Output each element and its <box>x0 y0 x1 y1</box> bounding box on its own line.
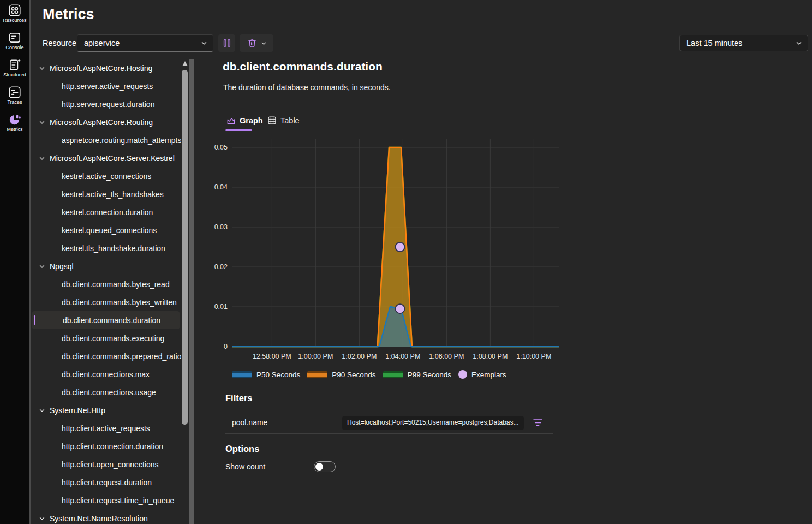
tree-item[interactable]: db.client.connections.max <box>31 365 181 383</box>
tree-item-label: db.client.commands.bytes_read <box>62 280 170 289</box>
tree-item-label: http.client.connection.duration <box>62 442 163 451</box>
y-tick-label: 0.05 <box>214 144 228 151</box>
x-tick-label: 1:00:00 PM <box>298 353 333 360</box>
filter-name: pool.name <box>232 418 267 427</box>
tree-item-label: db.client.connections.usage <box>62 388 156 397</box>
tree-item[interactable]: http.client.active_requests <box>31 419 181 437</box>
resource-select-value: apiservice <box>84 39 120 47</box>
legend-item[interactable]: P99 Seconds <box>383 371 451 379</box>
options-heading: Options <box>225 444 259 454</box>
tree-item[interactable]: http.server.request.duration <box>31 95 181 113</box>
metrics-tree: Microsoft.AspNetCore.Hostinghttp.server.… <box>31 59 181 524</box>
filter-icon[interactable] <box>533 419 542 427</box>
tree-item-label: http.client.active_requests <box>62 424 150 433</box>
table-grid-icon <box>267 116 277 125</box>
tree-item[interactable]: http.client.request.duration <box>31 473 181 491</box>
tree-group[interactable]: Microsoft.AspNetCore.Server.Kestrel <box>31 149 181 167</box>
tree-item[interactable]: db.client.commands.bytes_written <box>31 293 181 311</box>
nav-item-metrics[interactable]: Metrics <box>0 112 29 140</box>
scrollbar-up-arrow[interactable] <box>182 61 188 66</box>
tree-item[interactable]: db.client.commands.prepared_ratio <box>31 347 181 365</box>
tree-item[interactable]: aspnetcore.routing.match_attempts <box>31 131 181 149</box>
tree-item-label: kestrel.tls_handshake.duration <box>62 244 165 253</box>
tree-item-label: kestrel.active_tls_handshakes <box>62 190 164 199</box>
legend-item[interactable]: Exemplars <box>458 370 506 379</box>
tab-table[interactable]: Table <box>267 116 300 125</box>
chevron-down-icon <box>796 40 802 46</box>
tree-item-label: aspnetcore.routing.match_attempts <box>62 136 181 145</box>
legend-label: P99 Seconds <box>408 371 451 379</box>
tree-scrollbar[interactable] <box>182 70 188 425</box>
clear-metrics-button[interactable] <box>240 34 273 52</box>
exemplar-point[interactable] <box>396 242 405 252</box>
tree-item[interactable]: kestrel.connection.duration <box>31 203 181 221</box>
page-title: Metrics <box>43 6 94 23</box>
x-tick-label: 1:04:00 PM <box>385 353 420 360</box>
tree-item[interactable]: http.client.request.time_in_queue <box>31 491 181 509</box>
nav-item-resources[interactable]: Resources <box>0 3 29 31</box>
tree-item-label: db.client.commands.prepared_ratio <box>62 352 181 361</box>
tree-group[interactable]: Npgsql <box>31 257 181 275</box>
console-icon <box>8 31 22 45</box>
tree-item[interactable]: kestrel.active_connections <box>31 167 181 185</box>
legend-item[interactable]: P50 Seconds <box>232 371 300 379</box>
chevron-down-icon <box>39 515 45 522</box>
metric-description: The duration of database commands, in se… <box>223 83 391 92</box>
tree-item-label: kestrel.active_connections <box>62 172 151 181</box>
tree-item[interactable]: db.client.connections.usage <box>31 383 181 401</box>
legend-item[interactable]: P90 Seconds <box>307 371 375 379</box>
legend-swatch <box>383 371 403 378</box>
tree-item-label: db.client.connections.max <box>62 370 150 379</box>
legend-swatch <box>232 371 252 378</box>
tree-group[interactable]: Microsoft.AspNetCore.Hosting <box>31 59 181 77</box>
tree-group[interactable]: System.Net.Http <box>31 401 181 419</box>
tab-graph-label: Graph <box>240 116 263 125</box>
structured-logs-icon <box>8 58 22 72</box>
tree-item[interactable]: kestrel.queued_connections <box>31 221 181 239</box>
tree-group[interactable]: System.Net.NameResolution <box>31 509 181 524</box>
x-tick-label: 12:58:00 PM <box>253 353 291 360</box>
tree-item[interactable]: db.client.commands.duration <box>32 311 180 329</box>
chevron-down-icon <box>201 40 207 46</box>
tree-item-label: kestrel.connection.duration <box>62 208 153 217</box>
nav-item-console[interactable]: Console <box>0 31 29 58</box>
tree-item[interactable]: kestrel.tls_handshake.duration <box>31 239 181 257</box>
tree-item[interactable]: http.server.active_requests <box>31 77 181 95</box>
tree-item-label: http.server.request.duration <box>62 100 154 109</box>
divider <box>225 433 553 434</box>
metric-title: db.client.commands.duration <box>223 60 383 73</box>
legend-label: P90 Seconds <box>332 371 375 379</box>
legend-label: P50 Seconds <box>256 371 300 379</box>
exemplar-point[interactable] <box>396 304 405 313</box>
resource-select[interactable]: apiservice <box>77 34 213 52</box>
show-count-toggle[interactable] <box>314 461 336 472</box>
legend-label: Exemplars <box>471 371 506 379</box>
x-tick-label: 1:06:00 PM <box>429 353 464 360</box>
tree-item[interactable]: http.client.open_connections <box>31 455 181 473</box>
legend-swatch <box>307 371 327 378</box>
metric-chart[interactable]: 00.010.020.030.040.0512:58:00 PM1:00:00 … <box>207 136 568 363</box>
tree-item[interactable]: http.client.connection.duration <box>31 437 181 455</box>
nav-item-traces[interactable]: Traces <box>0 85 29 112</box>
tree-item-label: db.client.commands.executing <box>62 334 164 343</box>
tree-item-label: db.client.commands.duration <box>63 316 160 325</box>
tree-item-label: db.client.commands.bytes_written <box>62 298 177 307</box>
pause-button[interactable] <box>218 34 235 52</box>
series-area-p50 <box>232 307 559 347</box>
filter-value-chip[interactable]: Host=localhost;Port=50215;Username=postg… <box>342 416 524 430</box>
nav-label: Metrics <box>0 127 29 132</box>
tree-item-label: System.Net.Http <box>50 406 105 415</box>
panel-splitter[interactable] <box>189 59 194 524</box>
x-tick-label: 1:08:00 PM <box>473 353 507 360</box>
show-count-label: Show count <box>225 462 265 471</box>
tab-graph[interactable]: Graph <box>226 116 263 125</box>
tree-group[interactable]: Microsoft.AspNetCore.Routing <box>31 113 181 131</box>
tree-item-label: http.server.active_requests <box>62 82 153 91</box>
tree-item[interactable]: db.client.commands.bytes_read <box>31 275 181 293</box>
tree-item[interactable]: kestrel.active_tls_handshakes <box>31 185 181 203</box>
legend-exemplar-dot <box>458 370 467 379</box>
metrics-page: Resources Console Structured <box>0 0 812 524</box>
time-range-select[interactable]: Last 15 minutes <box>679 35 808 51</box>
nav-item-structured[interactable]: Structured <box>0 58 29 85</box>
tree-item[interactable]: db.client.commands.executing <box>31 329 181 347</box>
